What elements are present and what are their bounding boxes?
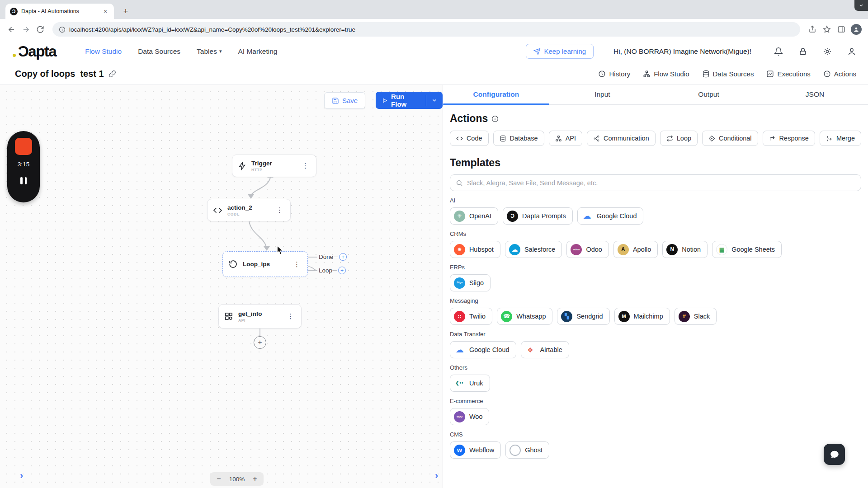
sitemap-icon	[643, 70, 651, 78]
node-get-info[interactable]: get_info API	[218, 304, 302, 328]
template-whatsapp[interactable]: ☎ Whatsapp	[497, 308, 552, 325]
node-menu-kebab-icon[interactable]	[292, 259, 302, 269]
template-twilio[interactable]: ∷ Twilio	[450, 308, 492, 325]
run-flow-button[interactable]: Run Flow	[376, 92, 443, 109]
data-sources-button[interactable]: Data Sources	[702, 70, 754, 78]
twilio-icon: ∷	[454, 311, 465, 322]
template-slack[interactable]: # Slack	[675, 308, 717, 325]
template-google-sheets[interactable]: ▦ Google Sheets	[712, 241, 782, 258]
template-mailchimp[interactable]: M Mailchimp	[614, 308, 670, 325]
browser-tabstrip: Ɔ Dapta - AI Automations	[0, 0, 868, 19]
template-notion[interactable]: N Notion	[662, 241, 708, 258]
node-trigger[interactable]: Trigger HTTP	[232, 155, 316, 177]
action-api-button[interactable]: API	[549, 131, 582, 146]
template-siigo[interactable]: Siigo Siigo	[450, 274, 491, 291]
link-icon[interactable]	[108, 70, 116, 78]
browser-menu-chevron-icon[interactable]	[854, 0, 868, 11]
template-odoo[interactable]: odoo Odoo	[566, 241, 609, 258]
tab-configuration[interactable]: Configuration	[443, 85, 549, 104]
template-google-cloud-transfer[interactable]: ☁ Google Cloud	[450, 341, 516, 358]
actions-button[interactable]: Actions	[823, 70, 856, 78]
forward-icon[interactable]	[21, 24, 31, 34]
action-conditional-button[interactable]: Conditional	[702, 131, 758, 146]
mouse-cursor	[277, 246, 284, 255]
back-icon[interactable]	[6, 24, 16, 34]
stop-recording-button[interactable]	[15, 138, 32, 155]
url-bar[interactable]: localhost:4200/apis/api/kxxWZ?api_id=kxx…	[52, 22, 800, 37]
tab-json[interactable]: JSON	[762, 85, 868, 104]
browser-tab[interactable]: Ɔ Dapta - AI Automations	[5, 4, 114, 19]
flow-canvas[interactable]: Save Run Flow 3:15 Trigger HTTP	[0, 85, 443, 488]
google-cloud-icon: ☁	[454, 344, 465, 356]
new-tab-button[interactable]	[120, 6, 131, 17]
template-ghost[interactable]: Ghost	[505, 441, 549, 459]
output-port-plus-icon[interactable]	[339, 253, 347, 261]
action-database-button[interactable]: Database	[493, 131, 544, 146]
tab-close-icon[interactable]	[101, 7, 109, 15]
tab-input[interactable]: Input	[549, 85, 656, 104]
action-loop-button[interactable]: Loop	[660, 131, 698, 146]
nav-tables[interactable]: Tables	[197, 47, 222, 56]
dapta-prompts-icon: Ɔ	[507, 211, 518, 222]
add-node-plus-icon[interactable]	[254, 336, 266, 349]
lightning-icon	[238, 162, 246, 170]
template-dapta-prompts[interactable]: Ɔ Dapta Prompts	[503, 207, 573, 225]
save-button[interactable]: Save	[324, 92, 365, 109]
template-webflow[interactable]: w Webflow	[450, 441, 501, 459]
output-port-plus-icon[interactable]	[338, 267, 346, 274]
zoom-control: − 100% +	[210, 472, 264, 486]
share-icon[interactable]	[807, 24, 817, 34]
template-airtable[interactable]: ❖ Airtable	[521, 341, 569, 358]
action-communication-button[interactable]: Communication	[587, 131, 656, 146]
node-menu-kebab-icon[interactable]	[300, 161, 311, 171]
database-icon	[702, 70, 710, 78]
expand-left-chevron-icon[interactable]	[20, 470, 23, 482]
node-menu-kebab-icon[interactable]	[285, 311, 296, 321]
node-loop-ips[interactable]: Loop_ips	[222, 251, 308, 277]
template-woo[interactable]: woo Woo	[450, 408, 490, 425]
browser-profile-avatar[interactable]	[851, 24, 862, 35]
template-salesforce[interactable]: ☁ Salesforce	[505, 241, 562, 258]
info-icon[interactable]	[491, 115, 499, 122]
code-icon	[213, 206, 222, 215]
action-code-button[interactable]: Code	[450, 131, 489, 146]
bookmark-star-icon[interactable]	[822, 24, 832, 34]
search-input[interactable]	[467, 179, 855, 187]
lock-icon[interactable]	[798, 47, 807, 56]
chat-widget-button[interactable]	[824, 444, 845, 465]
nav-ai-marketing[interactable]: AI Marketing	[238, 47, 277, 56]
user-icon[interactable]	[847, 47, 856, 56]
template-uruk[interactable]: ❮•• Uruk	[450, 375, 490, 392]
keep-learning-button[interactable]: Keep learning	[526, 44, 594, 59]
template-sendgrid[interactable]: ▚ Sendgrid	[557, 308, 609, 325]
template-apollo[interactable]: A Apollo	[613, 241, 658, 258]
template-search[interactable]	[450, 174, 861, 191]
executions-button[interactable]: Executions	[766, 70, 810, 78]
nav-data-sources[interactable]: Data Sources	[138, 47, 180, 56]
expand-right-chevron-icon[interactable]	[435, 470, 438, 482]
history-button[interactable]: History	[598, 70, 630, 78]
action-response-button[interactable]: Response	[763, 131, 815, 146]
zoom-in-button[interactable]: +	[251, 475, 259, 483]
nav-flow-studio[interactable]: Flow Studio	[85, 47, 122, 56]
bell-icon[interactable]	[774, 47, 783, 56]
pause-recording-button[interactable]	[17, 174, 30, 188]
sidebar-panel-icon[interactable]	[836, 24, 846, 34]
reload-icon[interactable]	[35, 24, 45, 34]
site-info-icon[interactable]	[59, 26, 66, 33]
template-google-cloud[interactable]: ☁ Google Cloud	[577, 207, 644, 225]
action-merge-button[interactable]: Merge	[820, 131, 861, 146]
template-hubspot[interactable]: ✺ Hubspot	[450, 241, 500, 258]
gear-icon[interactable]	[823, 47, 832, 56]
flow-studio-button[interactable]: Flow Studio	[643, 70, 689, 78]
tab-output[interactable]: Output	[656, 85, 762, 104]
notion-icon: N	[666, 244, 678, 255]
node-action-2[interactable]: action_2 CODE	[207, 199, 291, 221]
category-label: CMS	[450, 431, 861, 438]
dapta-logo[interactable]: Ɔapta	[18, 43, 56, 60]
zoom-out-button[interactable]: −	[215, 475, 223, 483]
tab-title: Dapta - AI Automations	[21, 8, 98, 14]
template-openai[interactable]: ✳ OpenAI	[450, 207, 498, 225]
run-flow-dropdown-chevron-icon[interactable]	[426, 97, 443, 103]
node-menu-kebab-icon[interactable]	[274, 205, 285, 215]
